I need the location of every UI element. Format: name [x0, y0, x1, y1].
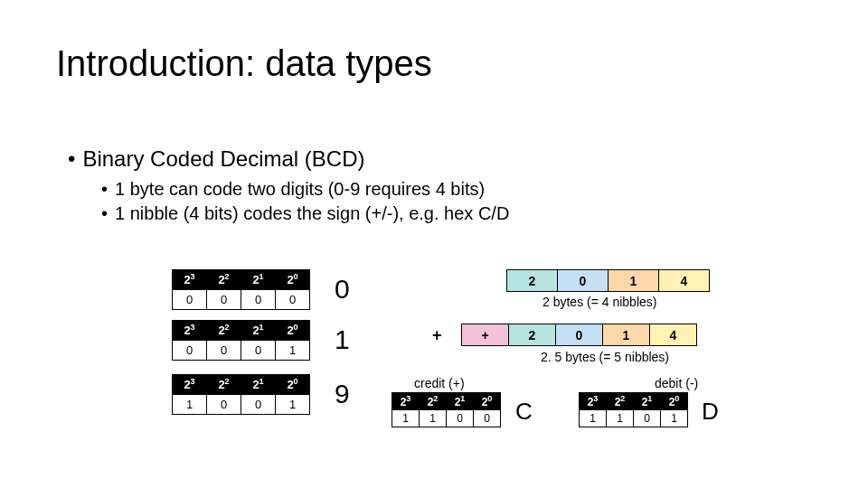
pow-header: 21 [634, 393, 661, 410]
bullet-l2a-text: 1 byte can code two digits (0-9 requires… [115, 179, 485, 199]
nibble-cell: 1 [609, 270, 659, 292]
packed-4nibble-row: 2 0 1 4 [506, 269, 710, 292]
bit-cell: 0 [241, 341, 276, 361]
bullet-l2b-text: 1 nibble (4 bits) codes the sign (+/-), … [115, 203, 509, 223]
plus-icon: + [432, 326, 442, 345]
nibble-table-0: 23 22 21 20 0 0 0 0 [172, 269, 310, 310]
bullet-l1-text: Binary Coded Decimal (BCD) [82, 146, 364, 171]
bit-cell: 0 [173, 341, 207, 361]
digit-output-9: 9 [335, 379, 350, 409]
bit-cell: 0 [447, 410, 474, 427]
pow-header: 21 [241, 375, 276, 395]
nibble-cell: 4 [650, 324, 697, 346]
bit-cell: 0 [173, 290, 207, 310]
bit-cell: 0 [207, 395, 241, 415]
bit-cell: 0 [634, 410, 661, 427]
bullet-dot-icon: • [68, 146, 75, 171]
packed-5nibble-row: + 2 0 1 4 [461, 324, 697, 346]
pow-header: 21 [241, 270, 276, 290]
pow-header: 21 [241, 321, 276, 341]
caption-5nibbles: 2. 5 bytes (= 5 nibbles) [541, 350, 669, 364]
pow-header: 20 [276, 270, 310, 290]
bit-cell: 1 [420, 410, 447, 427]
pow-header: 21 [447, 393, 474, 410]
pow-header: 22 [420, 393, 447, 410]
credit-label: credit (+) [414, 376, 465, 390]
caption-4nibbles: 2 bytes (= 4 nibbles) [542, 295, 656, 309]
bit-cell: 1 [607, 410, 634, 427]
pow-header: 22 [207, 321, 241, 341]
bit-cell: 0 [207, 341, 241, 361]
bit-cell: 0 [276, 290, 310, 310]
pow-header: 23 [580, 393, 607, 410]
pow-header: 23 [173, 375, 207, 395]
debit-nibble-table: 23 22 21 20 1 1 0 1 [579, 392, 688, 427]
bullet-level2: •1 nibble (4 bits) codes the sign (+/-),… [101, 203, 509, 224]
credit-nibble-table: 23 22 21 20 1 1 0 0 [392, 392, 501, 427]
slide-title: Introduction: data types [56, 43, 432, 84]
debit-label: debit (-) [655, 376, 698, 390]
nibble-cell: 1 [603, 324, 650, 346]
pow-header: 20 [474, 393, 501, 410]
credit-hex: C [515, 398, 533, 426]
pow-header: 20 [661, 393, 688, 410]
nibble-cell: 4 [659, 270, 710, 292]
nibble-cell: 2 [507, 270, 558, 292]
nibble-cell: 0 [558, 270, 609, 292]
pow-header: 23 [173, 270, 207, 290]
pow-header: 20 [276, 375, 310, 395]
pow-header: 22 [207, 375, 241, 395]
bullet-level1: •Binary Coded Decimal (BCD) [68, 146, 365, 172]
pow-header: 22 [207, 270, 241, 290]
nibble-cell: 2 [509, 324, 556, 346]
nibble-cell: 0 [556, 324, 603, 346]
sign-nibble-cell: + [462, 324, 509, 346]
bit-cell: 1 [276, 395, 310, 415]
nibble-table-9: 23 22 21 20 1 0 0 1 [172, 374, 310, 415]
pow-header: 23 [173, 321, 207, 341]
nibble-table-1: 23 22 21 20 0 0 0 1 [172, 320, 310, 361]
pow-header: 20 [276, 321, 310, 341]
debit-hex: D [702, 398, 719, 426]
bit-cell: 1 [392, 410, 420, 427]
pow-header: 22 [607, 393, 634, 410]
bullet-level2: •1 byte can code two digits (0-9 require… [101, 179, 485, 200]
bit-cell: 1 [580, 410, 607, 427]
digit-output-1: 1 [335, 324, 350, 355]
pow-header: 23 [392, 393, 420, 410]
bit-cell: 1 [276, 341, 310, 361]
bullet-dot-icon: • [101, 203, 108, 223]
digit-output-0: 0 [335, 274, 350, 305]
bit-cell: 1 [661, 410, 688, 427]
bit-cell: 0 [241, 290, 276, 310]
bit-cell: 1 [173, 395, 207, 415]
bullet-dot-icon: • [101, 179, 108, 199]
bit-cell: 0 [474, 410, 501, 427]
bit-cell: 0 [207, 290, 241, 310]
bit-cell: 0 [241, 395, 276, 415]
